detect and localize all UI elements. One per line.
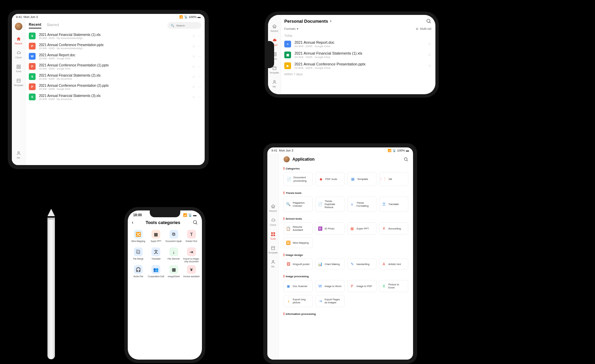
formats-filter[interactable]: Formats▾ (284, 27, 299, 31)
nav-me[interactable]: Me (12, 148, 25, 162)
tool-card[interactable]: ▦ Super PPT (347, 222, 376, 235)
card-label: Kingsoft poster (293, 263, 310, 266)
tool-card[interactable]: ▣ Doc Scanner (284, 280, 313, 292)
file-row[interactable]: ▦ 2021 Annual Financial Statements (1).x… (284, 49, 431, 60)
avatar[interactable] (284, 156, 290, 162)
card-icon: ¥ (382, 226, 386, 231)
nav-cloud[interactable]: Cloud (267, 215, 279, 229)
nav-me[interactable]: Me (268, 77, 281, 90)
nav-label: Me (271, 265, 275, 268)
tool-card[interactable]: ¥ Accounting (379, 222, 408, 235)
tool-item[interactable]: ⧉ Document repair (165, 230, 182, 245)
tool-item[interactable]: ⿻ File Merge (130, 247, 147, 263)
more-icon[interactable]: ⋯ (198, 95, 201, 99)
card-label: Export Pages as Images (325, 298, 342, 304)
nav-template[interactable]: Template (267, 243, 279, 257)
tool-icon: ¥ (187, 265, 196, 274)
search-input[interactable] (176, 24, 200, 27)
nav-recent[interactable]: Recent (267, 201, 279, 215)
more-icon[interactable]: ⋯ (198, 44, 201, 48)
tool-item[interactable]: ▦ Super PPT (147, 230, 164, 245)
tool-item[interactable]: ¥ Invoice assistant (183, 265, 200, 281)
multi-select-toggle[interactable]: ⊘Multi-sel (416, 27, 431, 31)
search-icon[interactable] (192, 220, 198, 225)
nav-template[interactable]: Template (12, 75, 25, 89)
card-icon: ◆ (319, 177, 323, 182)
star-icon[interactable]: ☆ (192, 95, 195, 99)
tab-starred[interactable]: Starred (47, 23, 59, 28)
tool-card[interactable]: 文 Translate (379, 197, 408, 212)
file-row[interactable]: S 2021 Annual Financial Statements (1).x… (25, 31, 205, 41)
tool-card[interactable]: 🔍 Plagiarism Checker (284, 197, 313, 212)
more-icon[interactable]: ⋯ (198, 55, 201, 58)
card-label: Translate (388, 203, 399, 206)
tool-card[interactable]: ≡ Thesis Formatting (347, 197, 376, 212)
tool-card[interactable]: ⇥ Export Pages as Images (315, 295, 345, 307)
tool-item[interactable]: ▦ mergeSheet (165, 265, 182, 281)
more-icon[interactable]: ⋯ (198, 65, 201, 68)
star-icon[interactable]: ☆ (192, 44, 195, 48)
nav-recent[interactable]: Recent (12, 34, 25, 47)
star-icon[interactable]: ☆ (192, 75, 195, 79)
file-row[interactable]: S 2021 Annual Financial Statements (3).x… (25, 92, 205, 102)
nav-recent[interactable]: Recent (268, 21, 281, 35)
nav-cloud[interactable]: Cloud (12, 47, 25, 61)
search-box[interactable]: 🔍 (167, 22, 201, 29)
file-row[interactable]: P 2021 Annual Conference Presentation.pp… (25, 41, 205, 51)
tool-item[interactable]: 🎧 Audio File (130, 265, 147, 281)
tool-card[interactable]: 📊 Chart Making (315, 259, 345, 269)
chevron-down-icon[interactable]: ▾ (330, 20, 331, 23)
tool-item[interactable]: ⇥ Export to image-only document (183, 247, 200, 263)
file-row[interactable]: S 2021 Annual Financial Statements (2).x… (25, 72, 205, 82)
file-row[interactable]: P 2021 Annual Conference Presentation (2… (25, 82, 205, 92)
star-icon[interactable]: ☆ (192, 55, 195, 58)
tool-card[interactable]: ⇣ Export long picture (284, 295, 313, 307)
more-icon[interactable]: ⋯ (198, 85, 201, 89)
star-icon[interactable]: ☆ (192, 85, 195, 89)
file-row[interactable]: P 2021 Annual Conference Presentation (1… (25, 61, 205, 72)
star-icon[interactable]: ☆ (428, 63, 431, 68)
tool-item[interactable]: 👥 Cooperative Edit (147, 265, 164, 281)
tool-card[interactable]: W Image to Word (315, 280, 345, 292)
nav-me[interactable]: Me (267, 257, 279, 270)
tool-card[interactable]: X Picture to Excel (379, 280, 408, 292)
tool-item[interactable]: T Extract Text (183, 230, 200, 245)
tab-recent[interactable]: Recent (29, 22, 41, 28)
tool-card[interactable]: 🆔 ID Photo (315, 222, 345, 235)
star-icon[interactable]: ☆ (428, 53, 431, 57)
file-row[interactable]: ≡ 2021 Annual Report.doc 20.3KB · 03/05 … (284, 39, 431, 49)
file-row[interactable]: W 2021 Annual Report.doc 20.3KB · 03/05 … (25, 51, 205, 61)
tool-card[interactable]: P Image to PDF (347, 280, 376, 292)
tool-card[interactable]: A Artistic font (379, 259, 408, 269)
tool-item[interactable]: 🔀 Mind Mapping (130, 230, 147, 245)
section-within7: Within 7 days (284, 71, 431, 77)
section-header-image-design: Image design (284, 252, 408, 259)
tool-card[interactable]: ✎ handwriting (347, 259, 376, 269)
svg-line-15 (430, 22, 431, 23)
tool-card[interactable]: ⋮⋮⋮ All (379, 172, 408, 186)
more-icon[interactable]: ⋯ (198, 34, 201, 38)
tool-card[interactable]: ◆ PDF tools (315, 172, 345, 186)
star-icon[interactable]: ☆ (192, 34, 195, 38)
tool-card[interactable]: 🔀 Mind Mapping (284, 237, 313, 248)
star-icon[interactable]: ☆ (428, 42, 431, 46)
star-icon[interactable]: ☆ (192, 65, 195, 68)
tool-item[interactable]: ↓ File Slimmer (165, 247, 182, 263)
nav-tools[interactable]: Tools (267, 229, 279, 243)
tool-card[interactable]: ▦ Template (347, 172, 376, 186)
tool-card[interactable]: 🖼 Kingsoft poster (284, 259, 313, 269)
tool-card[interactable]: 📄 Document processing (284, 172, 313, 186)
tool-card[interactable]: 📋 Resume Assistant (284, 222, 313, 235)
tool-item[interactable]: 文 Translate (147, 247, 164, 263)
tool-card[interactable]: 📄 Thesis Duplicate Reduce (315, 197, 345, 212)
search-icon[interactable] (426, 18, 431, 24)
nav-tools[interactable]: Tools (12, 61, 25, 75)
nav-label: Recent (270, 30, 278, 32)
avatar[interactable] (15, 23, 22, 30)
search-icon[interactable] (404, 157, 408, 162)
file-name: 2021 Annual Financial Statements (3).xls (39, 94, 189, 98)
more-icon[interactable]: ⋯ (198, 75, 201, 79)
file-row[interactable]: ▶ 2021 Annual Conference Presentation.pp… (284, 60, 431, 71)
tool-icon: 🎧 (134, 265, 143, 274)
card-label: Artistic font (388, 263, 401, 266)
